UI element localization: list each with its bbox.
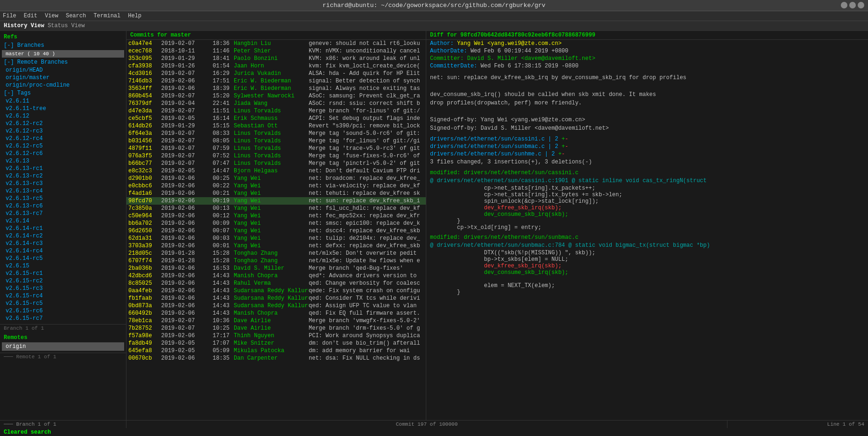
commit-row[interactable]: b0314562019-02-0708:05Linus TorvaldsMerg… — [126, 137, 426, 145]
diff-author: Author: Yang Wei <yang.wei9@zte.com.cn> — [426, 40, 868, 47]
diff-modified1: modified: drivers/net/ethernet/sun/cassi… — [426, 169, 868, 177]
menu-view[interactable]: View — [45, 13, 59, 19]
commit-row[interactable]: 62d1a312019-02-0600:03Yang Weinet: tulip… — [126, 235, 426, 242]
commit-row[interactable]: b66bc772019-02-0707:47Linus TorvaldsMerg… — [126, 160, 426, 167]
tag-v2614rc3[interactable]: v2.6.14-rc3 — [0, 240, 126, 247]
committer-value: David S. Miller <davem@davemiloft.net> — [467, 55, 595, 62]
commit-row[interactable]: d2901b02019-02-0600:25Yang Weinet: broad… — [126, 175, 426, 182]
tag-v2613rc1[interactable]: v2.6.13-rc1 — [0, 165, 126, 172]
status-view-label[interactable]: Status View — [48, 22, 85, 29]
commit-row[interactable]: 860b4542019-02-0715:20Sylwester Nawrocki… — [126, 92, 426, 100]
master-branch[interactable]: master ( 10 40 ) — [2, 50, 124, 58]
commit-row[interactable]: ecec7682018-10-1111:46Peter ShierKVM: nV… — [126, 47, 426, 55]
menu-search[interactable]: Search — [66, 13, 86, 19]
commit-row[interactable]: ce5cbf52019-02-0516:14Erik SchmaussACPI:… — [126, 115, 426, 122]
commit-row[interactable]: e8c32c32019-02-0514:47Bjorn Helgaasnet: … — [126, 167, 426, 175]
commit-row[interactable]: cfa39382019-01-2601:54Jaan Hornkvm: fix … — [126, 62, 426, 70]
tag-v2613rc4[interactable]: v2.6.13-rc4 — [0, 187, 126, 195]
tag-v2611tree[interactable]: v2.6.11-tree — [0, 105, 126, 112]
commit-row[interactable]: 2ba036b2019-02-0616:53David S. MillerMer… — [126, 265, 426, 272]
menu-help[interactable]: Help — [128, 13, 141, 19]
tag-v2615rc3[interactable]: v2.6.15-rc3 — [0, 285, 126, 292]
commit-row[interactable]: c0a47e42019-02-0718:36Hangbin Liugeneve:… — [126, 40, 426, 47]
commit-row[interactable]: 4879f112019-02-0707:59Linus TorvaldsMerg… — [126, 145, 426, 152]
commit-author: Linus Torvalds — [234, 130, 309, 137]
commit-row[interactable]: 645efa82019-02-0505:09Mikulas Patockadm:… — [126, 347, 426, 355]
tag-v2615rc1[interactable]: v2.6.15-rc1 — [0, 270, 126, 277]
tag-v2613rc6[interactable]: v2.6.13-rc6 — [0, 202, 126, 210]
close-button[interactable] — [858, 2, 864, 8]
history-view-label[interactable]: History View — [4, 22, 44, 29]
commit-row[interactable]: f4ad1a62019-02-0600:21Yang Weinet: tehut… — [126, 190, 426, 197]
commit-row[interactable]: 4cd30162019-02-0716:29Jurica VukadinALSA… — [126, 70, 426, 77]
tag-v2613rc3[interactable]: v2.6.13-rc3 — [0, 180, 126, 187]
committer-date-label: CommitterDate: — [430, 63, 477, 69]
commit-row[interactable]: 614db262019-01-2915:15Sebastian OttRever… — [126, 122, 426, 130]
commit-row[interactable]: 0bd873a2019-02-0614:43Sudarsana Reddy Ka… — [126, 302, 426, 310]
commit-row[interactable]: bb6a7022019-02-0600:09Yang Weinet: smsc:… — [126, 220, 426, 227]
tag-v2612rc3[interactable]: v2.6.12-rc3 — [0, 127, 126, 135]
remote-branch-proc[interactable]: origin/proc-cmdline — [0, 81, 126, 89]
tag-v2615rc5[interactable]: v2.6.15-rc5 — [0, 300, 126, 307]
commit-row[interactable]: 3703a392019-02-0600:01Yang Weinet: defxx… — [126, 242, 426, 250]
tag-v2612rc6[interactable]: v2.6.12-rc6 — [0, 150, 126, 157]
commit-row[interactable]: 00670cb2019-02-0618:35Dan Carpenternet: … — [126, 355, 426, 362]
commit-row[interactable]: e0cbbc62019-02-0600:22Yang Weinet: via-v… — [126, 182, 426, 190]
commit-author: Thinh Nguyen — [234, 333, 309, 339]
minimize-button[interactable] — [841, 2, 847, 8]
commit-row[interactable]: 660492b2019-02-0614:43Manish Chopraqed: … — [126, 310, 426, 317]
tag-v2611[interactable]: v2.6.11 — [0, 97, 126, 105]
tag-v2613rc5[interactable]: v2.6.13-rc5 — [0, 195, 126, 202]
maximize-button[interactable] — [849, 2, 856, 8]
commit-row[interactable]: 7b287522019-02-0710:25Dave AirlieMerge b… — [126, 325, 426, 332]
commit-hash: 076a3f5 — [128, 153, 161, 159]
tag-v2613rc7[interactable]: v2.6.13-rc7 — [0, 210, 126, 217]
tag-v2615rc2[interactable]: v2.6.15-rc2 — [0, 277, 126, 285]
commit-row[interactable]: 076a3f52019-02-0707:52Linus TorvaldsMerg… — [126, 152, 426, 160]
remote-branch-master[interactable]: origin/master — [0, 74, 126, 81]
commit-row[interactable]: 6707f742019-01-2815:28Tonghao Zhangnet/m… — [126, 257, 426, 265]
menu-file[interactable]: File — [3, 13, 16, 19]
commit-date: 2019-01-28 — [161, 258, 213, 264]
tag-v2613[interactable]: v2.6.13 — [0, 157, 126, 165]
commit-row[interactable]: 76379df2019-02-0422:41Jiada WangASoC: rs… — [126, 100, 426, 107]
tag-v2613rc2[interactable]: v2.6.13-rc2 — [0, 172, 126, 180]
menu-edit[interactable]: Edit — [24, 13, 37, 19]
tag-v2612rc5[interactable]: v2.6.12-rc5 — [0, 142, 126, 150]
commit-row[interactable]: fa8db492019-02-0517:07Mike Snitzerdm: do… — [126, 340, 426, 347]
tag-v2612rc4[interactable]: v2.6.12-rc4 — [0, 135, 126, 142]
commit-row[interactable]: f57a98e2019-02-0617:17Thinh NguyenPCI: W… — [126, 332, 426, 340]
remote-branch-head[interactable]: origin/HEAD — [0, 67, 126, 74]
tag-v2614rc1[interactable]: v2.6.14-rc1 — [0, 225, 126, 232]
tag-v2615[interactable]: v2.6.15 — [0, 262, 126, 270]
commit-date: 2019-01-28 — [161, 250, 213, 257]
commit-row[interactable]: c50e9642019-02-0600:12Yang Weinet: fec_m… — [126, 212, 426, 220]
tag-v2615rc6[interactable]: v2.6.15-rc6 — [0, 307, 126, 315]
commit-row[interactable]: 218d05c2019-01-2815:28Tonghao Zhangnet/m… — [126, 250, 426, 257]
menu-terminal[interactable]: Terminal — [94, 13, 121, 19]
commit-row[interactable]: 78eb1ca2019-02-0710:36Dave AirlieMerge b… — [126, 317, 426, 325]
commit-row[interactable]: 96d26502019-02-0600:07Yang Weinet: dscc4… — [126, 227, 426, 235]
commit-row[interactable]: 35634ff2019-02-0618:39Eric W. Biedermans… — [126, 85, 426, 92]
commit-row[interactable]: 353c0952019-01-2918:41Paolo BonziniKVM: … — [126, 55, 426, 62]
tag-v2614rc4[interactable]: v2.6.14-rc4 — [0, 247, 126, 255]
tag-v2614rc2[interactable]: v2.6.14-rc2 — [0, 232, 126, 240]
commit-row[interactable]: 0aa4feb2019-02-0614:43Sudarsana Reddy Ka… — [126, 287, 426, 295]
commit-row[interactable]: 42dbcd62019-02-0614:43Manish Chopraqed*:… — [126, 272, 426, 280]
commit-hash: 7c3850a — [128, 205, 161, 212]
commit-row[interactable]: 8c850252019-02-0614:43Rahul Vermaqed: Ch… — [126, 280, 426, 287]
commit-row[interactable]: 7146db32019-02-0617:51Eric W. Biedermans… — [126, 77, 426, 85]
tag-v2614rc5[interactable]: v2.6.14-rc5 — [0, 255, 126, 262]
commit-row[interactable]: 98fcd702019-02-0600:19Yang Weinet: sun: … — [126, 197, 426, 205]
remote-origin[interactable]: origin — [2, 342, 124, 351]
tag-v2615rc7[interactable]: v2.6.15-rc7 — [0, 315, 126, 322]
commit-row[interactable]: fb1faab2019-02-0614:43Sudarsana Reddy Ka… — [126, 295, 426, 302]
commit-time: 14:43 — [213, 295, 234, 302]
commit-row[interactable]: d47e3da2019-02-0711:51Linus TorvaldsMerg… — [126, 107, 426, 115]
tag-v2614[interactable]: v2.6.14 — [0, 217, 126, 225]
tag-v2612[interactable]: v2.6.12 — [0, 112, 126, 120]
commit-row[interactable]: 6f64e3a2019-02-0708:33Linus TorvaldsMerg… — [126, 130, 426, 137]
tag-v2615rc4[interactable]: v2.6.15-rc4 — [0, 292, 126, 300]
commit-row[interactable]: 7c3850a2019-02-0600:13Yang Weinet: fsl_u… — [126, 205, 426, 212]
tag-v2612rc2[interactable]: v2.6.12-rc2 — [0, 120, 126, 127]
